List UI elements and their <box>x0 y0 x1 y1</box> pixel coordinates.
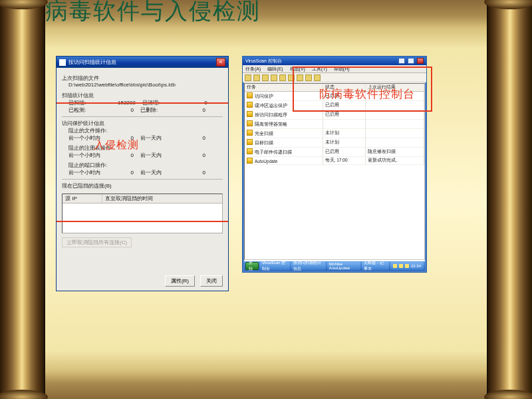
task-row[interactable]: 按访问扫描程序已启用 <box>245 110 424 120</box>
last-scan-path: D:\web2012\webfile\office\bbs\pic\Boot\p… <box>62 82 223 88</box>
toolbar <box>243 73 426 82</box>
task-row[interactable]: 目标扫描未计划 <box>245 138 424 148</box>
properties-button[interactable]: 属性(R) <box>165 275 195 287</box>
toolbar-props-icon[interactable] <box>253 74 260 81</box>
annotation-label-intrusion: 入侵检测 <box>94 138 139 152</box>
close-icon[interactable]: × <box>216 58 225 66</box>
tray-icon[interactable] <box>393 264 397 268</box>
section-access-protect: 访问保护统计信息 <box>62 120 223 127</box>
menu-tools[interactable]: 工具(T) <box>312 66 327 71</box>
task-list[interactable]: 任务 状态 上次运行结果 访问保护已启用缓冲区溢出保护已启用按访问扫描程序已启用… <box>244 83 425 260</box>
task-cell: 访问保护 <box>245 92 323 101</box>
col-task[interactable]: 任务 <box>245 84 323 92</box>
port-day-value: 0 <box>190 170 209 176</box>
deleted-label: 已删除: <box>140 106 187 114</box>
reg-block-label: 阻止的注册表操作: <box>68 144 223 152</box>
section-last-scan: 上次扫描的文件 <box>62 74 223 82</box>
menu-view[interactable]: 视图(V) <box>290 66 305 71</box>
reg-day-label: 前一天内 <box>140 152 187 159</box>
port-hour-label: 前一个小时内 <box>68 169 115 176</box>
detected-label: 已检测: <box>68 106 115 114</box>
file-day-label: 前一天内 <box>140 134 187 142</box>
maximize-icon[interactable] <box>408 58 414 64</box>
menubar: 任务(A) 编辑(E) 视图(V) 工具(T) 帮助(H) <box>243 65 426 73</box>
task-cell <box>365 138 424 148</box>
shield-icon <box>59 59 66 66</box>
toolbar-paste-icon[interactable] <box>271 74 277 81</box>
taskbar-item[interactable]: 无标题 - 记事本 <box>362 262 389 270</box>
menu-help[interactable]: 帮助(H) <box>334 66 350 71</box>
task-cell: 缓冲区溢出保护 <box>245 101 323 110</box>
task-row[interactable]: 电子邮件传递扫描已启用随意修改扫描 <box>245 148 424 157</box>
scroll-rod-right <box>487 0 532 399</box>
task-cell: 目标扫描 <box>245 138 323 148</box>
task-cell <box>365 110 424 120</box>
toolbar-start-icon[interactable] <box>288 74 295 81</box>
system-tray[interactable]: 22:34 <box>390 262 424 270</box>
scanned-value: 152202 <box>118 100 140 106</box>
reg-hour-value: 0 <box>118 152 138 158</box>
task-cell: 已启用 <box>323 101 365 110</box>
file-block-label: 阻止的文件操作: <box>68 127 223 134</box>
dialog2-titlebar[interactable]: VirusScan 控制台 <box>243 57 426 65</box>
toolbar-new-icon[interactable] <box>245 74 251 81</box>
reg-hour-label: 前一个小时内 <box>68 152 115 159</box>
task-row[interactable]: AutoUpdate每天, 17:00更新成功完成。 <box>245 157 424 165</box>
detected-value: 0 <box>118 107 138 113</box>
task-cell <box>323 120 365 129</box>
task-cell: 随意修改扫描 <box>365 148 424 157</box>
toolbar-log-icon[interactable] <box>314 74 321 81</box>
tray-clock: 22:34 <box>411 264 421 268</box>
clear-all-button: 立即取消阻挡所有连接(C) <box>62 237 132 247</box>
toolbar-delete-icon[interactable] <box>279 74 286 81</box>
task-row[interactable]: 缓冲区溢出保护已启用 <box>245 101 424 110</box>
toolbar-schedule-icon[interactable] <box>305 74 312 81</box>
dialog2-title: VirusScan 控制台 <box>245 57 282 65</box>
section-scan-stats: 扫描统计信息 <box>62 92 223 99</box>
reg-day-value: 0 <box>190 152 209 158</box>
close-button[interactable]: 关闭 <box>200 275 223 287</box>
taskbar-item[interactable]: McAfee AutoUpdate <box>327 262 361 270</box>
taskbar-item[interactable]: 按访问扫描统计信息 <box>291 262 325 270</box>
toolbar-stop-icon[interactable] <box>297 74 303 81</box>
scan-statistics-dialog: 按访问扫描统计信息 × 上次扫描的文件 D:\web2012\webfile\o… <box>56 56 229 291</box>
blocked-connections-list[interactable]: 源 IP 直至取消阻挡的时间 <box>62 194 223 233</box>
task-cell <box>365 129 424 138</box>
taskbar-item[interactable]: VirusScan 控制台 <box>260 262 290 270</box>
annotation-label-console: 防病毒软件控制台 <box>319 86 415 102</box>
cleaned-value: 0 <box>192 100 211 106</box>
deleted-value: 0 <box>190 107 209 113</box>
minimize-icon[interactable] <box>398 58 405 64</box>
toolbar-copy-icon[interactable] <box>262 74 269 81</box>
task-cell: 电子邮件传递扫描 <box>245 148 323 157</box>
scanned-label: 已扫描: <box>68 99 115 106</box>
port-block-label: 阻止的端口操作: <box>68 162 223 169</box>
scroll-rod-left <box>0 0 45 399</box>
menu-edit[interactable]: 编辑(E) <box>267 66 283 71</box>
task-cell: 已启用 <box>323 110 365 120</box>
col-until[interactable]: 直至取消阻挡的时间 <box>102 194 222 203</box>
task-cell: 未计划 <box>323 129 365 138</box>
task-row[interactable]: 隔离管理器策略 <box>245 120 424 129</box>
col-source-ip[interactable]: 源 IP <box>63 194 102 203</box>
task-cell <box>365 120 424 129</box>
dialog1-titlebar[interactable]: 按访问扫描统计信息 × <box>57 57 228 68</box>
start-button[interactable]: 开始 <box>245 262 259 270</box>
tray-icon[interactable] <box>405 264 409 268</box>
section-blocked-conn: 现在已阻挡的连接(B) <box>62 182 223 190</box>
file-day-value: 0 <box>190 135 209 141</box>
task-cell: 更新成功完成。 <box>365 157 424 165</box>
tray-icon[interactable] <box>399 264 403 268</box>
task-cell <box>365 101 424 110</box>
dialog1-title: 按访问扫描统计信息 <box>68 57 216 68</box>
menu-task[interactable]: 任务(A) <box>245 66 261 71</box>
port-day-label: 前一天内 <box>140 169 187 176</box>
task-cell: 完全扫描 <box>245 129 323 138</box>
task-row[interactable]: 完全扫描未计划 <box>245 129 424 138</box>
cleaned-label: 已清理: <box>142 99 189 106</box>
close-icon[interactable] <box>417 58 424 64</box>
task-cell: 未计划 <box>323 138 365 148</box>
windows-taskbar: 开始 VirusScan 控制台 按访问扫描统计信息 McAfee AutoUp… <box>244 261 425 271</box>
task-cell: AutoUpdate <box>245 157 323 165</box>
task-cell: 按访问扫描程序 <box>245 110 323 120</box>
